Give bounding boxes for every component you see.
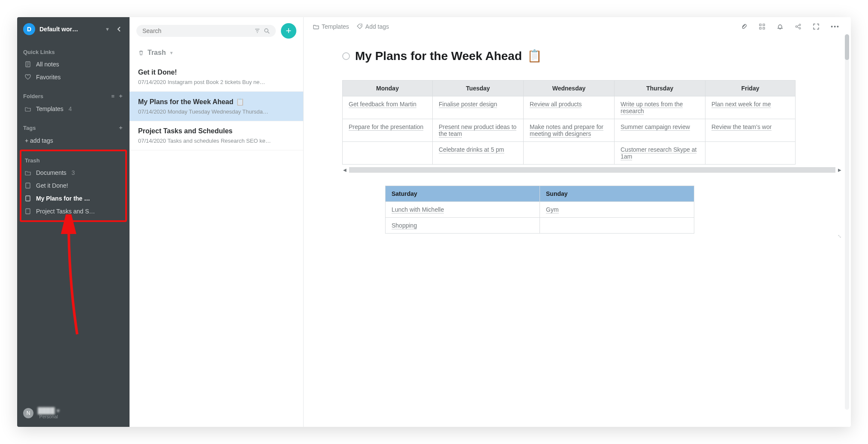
table-cell[interactable]: Write up notes from the research	[615, 96, 705, 119]
search-input[interactable]	[136, 25, 276, 37]
folder-count: 3	[72, 169, 75, 176]
svg-rect-16	[763, 27, 765, 29]
sidebar-item-label: Favorites	[36, 74, 61, 81]
table-cell[interactable]	[705, 142, 796, 165]
scrollbar-track[interactable]	[349, 167, 835, 173]
tag-icon	[357, 24, 363, 30]
sidebar-item-trash-documents[interactable]: Documents 3	[23, 166, 124, 179]
table-resize-handle[interactable]: ⤡	[342, 234, 842, 239]
table-cell[interactable]: Review all products	[524, 96, 615, 119]
attachment-icon[interactable]	[739, 23, 749, 30]
weekend-table[interactable]: Saturday Sunday Lunch with Michelle Gym …	[385, 186, 694, 234]
table-cell[interactable]: Lunch with Michelle	[386, 202, 540, 218]
table-horizontal-scrollbar[interactable]: ◀ ▶	[342, 167, 842, 173]
filter-icon[interactable]	[251, 28, 260, 34]
chevron-down-icon[interactable]: ▼	[105, 27, 110, 32]
note-list-item[interactable]: My Plans for the Week Ahead 📋 07/14/2020…	[130, 92, 303, 121]
sidebar-item-label: All notes	[36, 61, 59, 68]
table-cell[interactable]: Celebrate drinks at 5 pm	[433, 142, 524, 165]
table-cell[interactable]: Make notes and prepare for meeting with …	[524, 119, 615, 142]
search-field[interactable]	[142, 27, 251, 34]
more-icon[interactable]: •••	[829, 23, 841, 30]
heart-icon	[25, 74, 32, 80]
table-cell[interactable]: Shopping	[386, 218, 540, 234]
scroll-right-icon[interactable]: ▶	[837, 168, 842, 172]
table-cell[interactable]: Gym	[540, 202, 694, 218]
sidebar-item-label: + add tags	[25, 137, 53, 144]
sidebar-item-trash-note-3[interactable]: Project Tasks and S…	[23, 205, 124, 218]
editor-toolbar: Templates Add tags •••	[304, 17, 851, 36]
sidebar-item-label: Project Tasks and S…	[36, 208, 95, 215]
bell-icon[interactable]	[775, 23, 785, 30]
note-list-title[interactable]: Trash ▼	[130, 45, 303, 63]
tags-heading: Tags ＋	[23, 120, 124, 134]
document-title[interactable]: My Plans for the Week Ahead 📋	[342, 49, 842, 63]
svg-rect-6	[26, 209, 30, 214]
sidebar: D Default wor… ▼ Quick Links All notes F…	[17, 17, 130, 427]
svg-rect-14	[763, 24, 765, 26]
note-preview: 07/14/2020 Monday Tuesday Wednesday Thur…	[138, 108, 295, 115]
folder-count: 4	[69, 105, 72, 112]
table-cell[interactable]: Customer research Skype at 1am	[615, 142, 705, 165]
add-tags-button[interactable]: Add tags	[357, 23, 389, 30]
user-avatar: N	[23, 408, 33, 418]
qr-icon[interactable]	[757, 23, 767, 30]
note-title: Get it Done!	[138, 69, 295, 76]
table-cell[interactable]: Review the team's wor	[705, 119, 796, 142]
sidebar-item-trash-note-1[interactable]: Get it Done!	[23, 179, 124, 192]
title-checkbox[interactable]	[342, 52, 350, 60]
table-cell[interactable]: Prepare for the presentation	[343, 119, 433, 142]
sidebar-item-trash-note-2[interactable]: My Plans for the …	[23, 192, 124, 205]
table-cell[interactable]: Present new product ideas to the team	[433, 119, 524, 142]
svg-rect-13	[760, 24, 761, 26]
sidebar-item-all-notes[interactable]: All notes	[23, 58, 124, 71]
breadcrumb-folder[interactable]: Templates	[313, 23, 349, 30]
table-cell[interactable]	[524, 142, 615, 165]
table-cell[interactable]	[343, 142, 433, 165]
add-tag-button[interactable]: ＋	[118, 124, 124, 132]
weekday-table[interactable]: Monday Tuesday Wednesday Thursday Friday…	[342, 80, 796, 165]
sidebar-item-label: Documents	[36, 169, 66, 176]
table-cell[interactable]: Get feedback from Martin	[343, 96, 433, 119]
sidebar-item-templates[interactable]: Templates 4	[23, 102, 124, 115]
svg-line-21	[797, 27, 799, 28]
table-header: Saturday	[386, 186, 540, 202]
svg-point-10	[265, 29, 268, 32]
folder-icon	[25, 106, 32, 112]
add-folder-button[interactable]: ＋	[118, 92, 124, 100]
folders-heading: Folders ≡ ＋	[23, 88, 124, 102]
share-icon[interactable]	[793, 23, 803, 30]
note-list-item[interactable]: Project Tasks and Schedules 07/14/2020 T…	[130, 121, 303, 150]
table-cell[interactable]: Plan next week for me	[705, 96, 796, 119]
table-header: Wednesday	[524, 81, 615, 96]
sort-icon[interactable]: ≡	[108, 93, 118, 99]
new-note-button[interactable]: +	[281, 23, 296, 39]
note-icon	[25, 183, 32, 189]
table-header: Tuesday	[433, 81, 524, 96]
table-header: Sunday	[540, 186, 694, 202]
table-header: Thursday	[615, 81, 705, 96]
trash-heading: Trash	[23, 153, 124, 166]
folder-icon	[25, 170, 32, 176]
table-cell[interactable]: Finalise poster design	[433, 96, 524, 119]
table-cell[interactable]	[540, 218, 694, 234]
svg-point-19	[799, 27, 801, 29]
editor-panel: Templates Add tags ••• My Plans for the …	[304, 17, 851, 427]
collapse-sidebar-button[interactable]	[114, 26, 124, 32]
search-icon[interactable]	[260, 28, 270, 34]
user-footer[interactable]: N ████ ▾ Personal	[17, 402, 130, 427]
sidebar-item-add-tags[interactable]: + add tags	[23, 134, 124, 147]
vertical-scrollbar[interactable]	[845, 34, 849, 410]
chevron-down-icon[interactable]: ▼	[169, 51, 174, 55]
table-cell[interactable]: Summer campaign review	[615, 119, 705, 142]
editor-body[interactable]: My Plans for the Week Ahead 📋 Monday Tue…	[304, 36, 851, 427]
sidebar-item-favorites[interactable]: Favorites	[23, 71, 124, 84]
table-header: Monday	[343, 81, 433, 96]
scrollbar-thumb[interactable]	[845, 34, 849, 60]
scroll-left-icon[interactable]: ◀	[342, 168, 347, 172]
expand-icon[interactable]	[811, 23, 821, 30]
workspace-switcher[interactable]: D Default wor… ▼	[17, 17, 130, 41]
note-list-item[interactable]: Get it Done! 07/14/2020 Instagram post B…	[130, 63, 303, 92]
sidebar-item-label: Get it Done!	[36, 182, 68, 189]
svg-point-18	[799, 24, 801, 26]
